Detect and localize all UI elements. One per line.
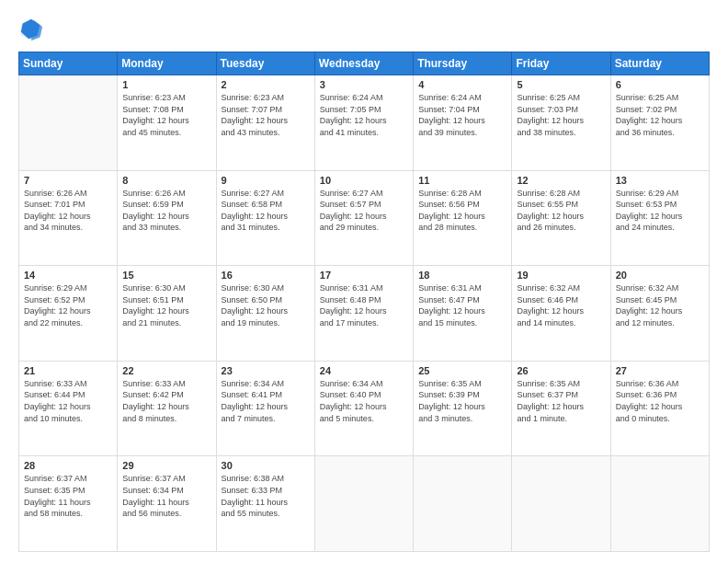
day-number: 5	[517, 79, 605, 90]
day-info: Sunrise: 6:35 AM Sunset: 6:39 PM Dayligh…	[418, 378, 506, 424]
day-info: Sunrise: 6:25 AM Sunset: 7:03 PM Dayligh…	[517, 92, 605, 138]
day-number: 24	[320, 365, 408, 376]
logo-icon	[18, 17, 44, 42]
calendar-header-thursday: Thursday	[414, 52, 512, 75]
day-number: 23	[222, 365, 310, 376]
page: SundayMondayTuesdayWednesdayThursdayFrid…	[0, 0, 728, 563]
day-number: 20	[616, 270, 704, 281]
week-row-1: 1Sunrise: 6:23 AM Sunset: 7:08 PM Daylig…	[19, 75, 710, 171]
calendar-cell	[19, 75, 118, 171]
day-info: Sunrise: 6:33 AM Sunset: 6:42 PM Dayligh…	[122, 378, 210, 424]
day-info: Sunrise: 6:32 AM Sunset: 6:46 PM Dayligh…	[517, 282, 605, 328]
week-row-4: 21Sunrise: 6:33 AM Sunset: 6:44 PM Dayli…	[19, 361, 710, 456]
calendar-cell: 12Sunrise: 6:28 AM Sunset: 6:55 PM Dayli…	[512, 170, 610, 266]
calendar-cell: 9Sunrise: 6:27 AM Sunset: 6:58 PM Daylig…	[216, 170, 314, 266]
week-row-5: 28Sunrise: 6:37 AM Sunset: 6:35 PM Dayli…	[19, 456, 710, 552]
week-row-2: 7Sunrise: 6:26 AM Sunset: 7:01 PM Daylig…	[19, 170, 710, 266]
day-info: Sunrise: 6:23 AM Sunset: 7:07 PM Dayligh…	[222, 92, 310, 138]
day-info: Sunrise: 6:30 AM Sunset: 6:51 PM Dayligh…	[122, 282, 210, 328]
calendar-cell: 28Sunrise: 6:37 AM Sunset: 6:35 PM Dayli…	[19, 456, 118, 552]
day-number: 9	[222, 175, 310, 186]
calendar-cell: 15Sunrise: 6:30 AM Sunset: 6:51 PM Dayli…	[118, 266, 216, 362]
calendar-cell: 8Sunrise: 6:26 AM Sunset: 6:59 PM Daylig…	[118, 170, 216, 266]
calendar-table: SundayMondayTuesdayWednesdayThursdayFrid…	[18, 52, 710, 552]
day-number: 16	[222, 270, 310, 281]
day-info: Sunrise: 6:37 AM Sunset: 6:35 PM Dayligh…	[24, 473, 112, 519]
day-info: Sunrise: 6:36 AM Sunset: 6:36 PM Dayligh…	[616, 378, 704, 424]
calendar-cell	[414, 456, 512, 552]
calendar-header-row: SundayMondayTuesdayWednesdayThursdayFrid…	[19, 52, 710, 75]
calendar-cell: 4Sunrise: 6:24 AM Sunset: 7:04 PM Daylig…	[414, 75, 512, 171]
day-number: 27	[616, 365, 704, 376]
calendar-cell: 30Sunrise: 6:38 AM Sunset: 6:33 PM Dayli…	[216, 456, 314, 552]
calendar-cell: 10Sunrise: 6:27 AM Sunset: 6:57 PM Dayli…	[314, 170, 413, 266]
day-number: 29	[122, 460, 210, 471]
day-info: Sunrise: 6:26 AM Sunset: 7:01 PM Dayligh…	[24, 188, 112, 234]
day-info: Sunrise: 6:27 AM Sunset: 6:57 PM Dayligh…	[320, 188, 408, 234]
day-number: 7	[24, 175, 112, 186]
calendar-cell	[610, 456, 709, 552]
logo	[18, 17, 48, 42]
day-info: Sunrise: 6:38 AM Sunset: 6:33 PM Dayligh…	[222, 473, 310, 519]
day-info: Sunrise: 6:29 AM Sunset: 6:53 PM Dayligh…	[616, 188, 704, 234]
day-info: Sunrise: 6:31 AM Sunset: 6:48 PM Dayligh…	[320, 282, 408, 328]
day-info: Sunrise: 6:25 AM Sunset: 7:02 PM Dayligh…	[616, 92, 704, 138]
day-info: Sunrise: 6:31 AM Sunset: 6:47 PM Dayligh…	[418, 282, 506, 328]
day-number: 25	[418, 365, 506, 376]
day-number: 6	[616, 79, 704, 90]
day-info: Sunrise: 6:34 AM Sunset: 6:41 PM Dayligh…	[222, 378, 310, 424]
day-number: 19	[517, 270, 605, 281]
calendar-header-sunday: Sunday	[19, 52, 118, 75]
day-info: Sunrise: 6:37 AM Sunset: 6:34 PM Dayligh…	[122, 473, 210, 519]
calendar-header-friday: Friday	[512, 52, 610, 75]
day-number: 21	[24, 365, 112, 376]
day-number: 4	[418, 79, 506, 90]
calendar-cell: 23Sunrise: 6:34 AM Sunset: 6:41 PM Dayli…	[216, 361, 314, 456]
day-number: 13	[616, 175, 704, 186]
calendar-cell: 1Sunrise: 6:23 AM Sunset: 7:08 PM Daylig…	[118, 75, 216, 171]
calendar-cell: 6Sunrise: 6:25 AM Sunset: 7:02 PM Daylig…	[610, 75, 709, 171]
calendar-cell: 25Sunrise: 6:35 AM Sunset: 6:39 PM Dayli…	[414, 361, 512, 456]
day-info: Sunrise: 6:30 AM Sunset: 6:50 PM Dayligh…	[222, 282, 310, 328]
calendar-cell: 21Sunrise: 6:33 AM Sunset: 6:44 PM Dayli…	[19, 361, 118, 456]
day-number: 10	[320, 175, 408, 186]
calendar-cell: 19Sunrise: 6:32 AM Sunset: 6:46 PM Dayli…	[512, 266, 610, 362]
day-info: Sunrise: 6:34 AM Sunset: 6:40 PM Dayligh…	[320, 378, 408, 424]
day-number: 18	[418, 270, 506, 281]
day-info: Sunrise: 6:35 AM Sunset: 6:37 PM Dayligh…	[517, 378, 605, 424]
calendar-cell: 16Sunrise: 6:30 AM Sunset: 6:50 PM Dayli…	[216, 266, 314, 362]
day-number: 12	[517, 175, 605, 186]
day-number: 28	[24, 460, 112, 471]
day-info: Sunrise: 6:26 AM Sunset: 6:59 PM Dayligh…	[122, 188, 210, 234]
calendar-header-wednesday: Wednesday	[314, 52, 413, 75]
day-info: Sunrise: 6:32 AM Sunset: 6:45 PM Dayligh…	[616, 282, 704, 328]
calendar-cell: 14Sunrise: 6:29 AM Sunset: 6:52 PM Dayli…	[19, 266, 118, 362]
day-info: Sunrise: 6:33 AM Sunset: 6:44 PM Dayligh…	[24, 378, 112, 424]
calendar-header-monday: Monday	[118, 52, 216, 75]
day-number: 14	[24, 270, 112, 281]
day-number: 11	[418, 175, 506, 186]
calendar-cell: 29Sunrise: 6:37 AM Sunset: 6:34 PM Dayli…	[118, 456, 216, 552]
calendar-cell: 2Sunrise: 6:23 AM Sunset: 7:07 PM Daylig…	[216, 75, 314, 171]
calendar-cell: 5Sunrise: 6:25 AM Sunset: 7:03 PM Daylig…	[512, 75, 610, 171]
calendar-cell: 17Sunrise: 6:31 AM Sunset: 6:48 PM Dayli…	[314, 266, 413, 362]
day-info: Sunrise: 6:24 AM Sunset: 7:05 PM Dayligh…	[320, 92, 408, 138]
day-info: Sunrise: 6:29 AM Sunset: 6:52 PM Dayligh…	[24, 282, 112, 328]
header	[18, 17, 710, 42]
day-info: Sunrise: 6:28 AM Sunset: 6:55 PM Dayligh…	[517, 188, 605, 234]
day-number: 15	[122, 270, 210, 281]
day-number: 17	[320, 270, 408, 281]
day-info: Sunrise: 6:24 AM Sunset: 7:04 PM Dayligh…	[418, 92, 506, 138]
calendar-cell: 13Sunrise: 6:29 AM Sunset: 6:53 PM Dayli…	[610, 170, 709, 266]
calendar-cell: 22Sunrise: 6:33 AM Sunset: 6:42 PM Dayli…	[118, 361, 216, 456]
day-number: 2	[222, 79, 310, 90]
day-number: 8	[122, 175, 210, 186]
day-number: 3	[320, 79, 408, 90]
calendar-header-tuesday: Tuesday	[216, 52, 314, 75]
calendar-cell	[314, 456, 413, 552]
day-info: Sunrise: 6:23 AM Sunset: 7:08 PM Dayligh…	[122, 92, 210, 138]
week-row-3: 14Sunrise: 6:29 AM Sunset: 6:52 PM Dayli…	[19, 266, 710, 362]
calendar-cell: 27Sunrise: 6:36 AM Sunset: 6:36 PM Dayli…	[610, 361, 709, 456]
calendar-header-saturday: Saturday	[610, 52, 709, 75]
day-number: 26	[517, 365, 605, 376]
